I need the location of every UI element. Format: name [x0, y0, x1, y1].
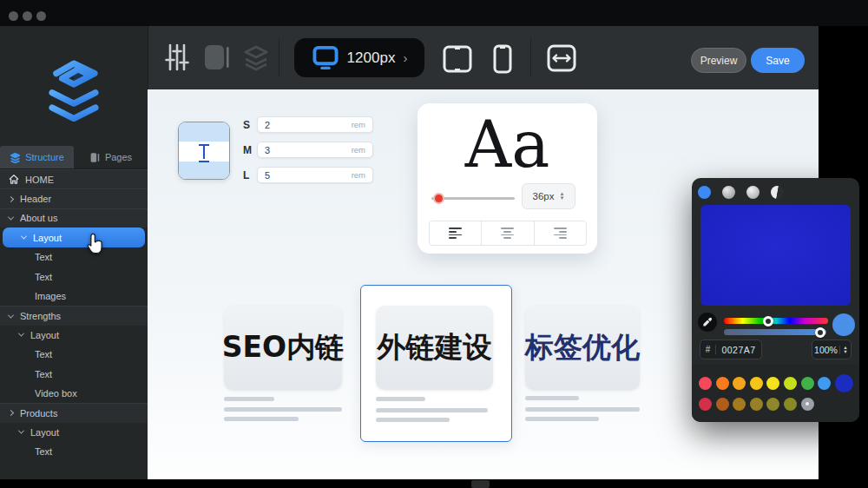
tab-pages[interactable]: Pages	[74, 146, 148, 168]
chevron-right-icon	[8, 196, 14, 202]
color-swatch[interactable]	[801, 398, 814, 411]
color-swatch[interactable]	[784, 377, 797, 390]
contrast-icon[interactable]	[771, 186, 784, 199]
sidebar-item-text[interactable]: Text	[0, 247, 148, 267]
panel-icon[interactable]	[202, 43, 232, 75]
tree-item-label: Layout	[30, 330, 59, 340]
home-icon	[9, 175, 20, 184]
sidebar-tabs: Structure Pages	[0, 146, 148, 169]
color-field[interactable]	[700, 205, 851, 306]
toolbar: 1200px › Preview Save	[148, 26, 819, 89]
spacing-preview-box[interactable]	[178, 122, 230, 180]
picker-active-dot[interactable]	[698, 186, 711, 199]
color-swatch[interactable]	[750, 398, 763, 411]
feature-card[interactable]: SEO内链	[224, 306, 342, 390]
color-picker-panel: # 0027A7 100% ▲▼	[692, 178, 859, 422]
color-swatch[interactable]	[766, 377, 779, 390]
align-center-icon	[501, 228, 514, 239]
color-swatch[interactable]	[784, 398, 797, 411]
sidebar-item-layout[interactable]: Layout	[0, 326, 148, 345]
sidebar-item-text[interactable]: Text	[0, 345, 148, 364]
opacity-input[interactable]: 100% ▲▼	[812, 340, 852, 359]
picker-mode-dot[interactable]	[746, 186, 760, 199]
app-logo-icon	[32, 44, 115, 128]
spacing-label: M	[243, 144, 257, 156]
align-right-icon	[554, 228, 567, 239]
font-size-value: 36px	[533, 191, 555, 201]
align-center-button[interactable]	[482, 221, 534, 245]
hue-knob[interactable]	[763, 316, 773, 326]
sidebar-item-strengths[interactable]: Strengths	[0, 306, 148, 325]
color-swatch[interactable]	[750, 377, 763, 390]
spacing-input-l[interactable]: 5 rem	[257, 167, 373, 183]
tree-item-label: HOME	[25, 175, 54, 185]
preview-button[interactable]: Preview	[691, 48, 746, 73]
color-swatch[interactable]	[733, 377, 746, 390]
sidebar-item-text[interactable]: Text	[0, 267, 148, 287]
sidebar-item-header[interactable]: Header	[0, 188, 148, 208]
current-color-swatch	[832, 313, 855, 336]
color-swatch[interactable]	[835, 374, 853, 392]
tab-pages-label: Pages	[105, 152, 132, 162]
tab-structure[interactable]: Structure	[0, 146, 74, 168]
color-swatch[interactable]	[733, 398, 746, 411]
spacing-band-top	[179, 122, 229, 142]
feature-card-selected[interactable]: 外链建设	[376, 306, 493, 390]
spacing-value: 2	[265, 120, 352, 130]
window-close-button[interactable]	[9, 11, 18, 21]
chevron-down-icon	[21, 234, 27, 240]
spacing-input-m[interactable]: 3 rem	[257, 142, 373, 158]
window-minimize-button[interactable]	[23, 11, 32, 21]
stepper-arrows-icon[interactable]: ▲▼	[839, 346, 851, 354]
color-swatch[interactable]	[699, 377, 712, 390]
spacing-unit: rem	[352, 120, 365, 129]
hue-slider[interactable]	[724, 318, 828, 324]
swatch-row	[699, 393, 853, 414]
sidebar-item-layout[interactable]: Layout	[0, 423, 148, 442]
save-button[interactable]: Save	[751, 48, 805, 73]
feature-card[interactable]: 标签优化	[525, 306, 640, 390]
sidebar-item-layout-selected[interactable]: Layout	[3, 228, 145, 247]
tree-item-label: Products	[20, 408, 57, 419]
color-swatch[interactable]	[818, 377, 831, 390]
color-swatch[interactable]	[716, 377, 729, 390]
color-swatch[interactable]	[801, 377, 814, 390]
color-swatch[interactable]	[699, 398, 712, 411]
text-cursor-icon	[199, 144, 209, 159]
sidebar-item-products[interactable]: Products	[0, 403, 148, 422]
window-zoom-button[interactable]	[36, 11, 46, 21]
sidebar-item-home[interactable]: HOME	[0, 169, 148, 188]
picker-mode-dot[interactable]	[722, 186, 735, 199]
tree-item-label: Text	[35, 349, 52, 359]
tree-item-label: Video box	[35, 388, 77, 399]
card-title: 外链建设	[378, 328, 492, 367]
chevron-down-icon	[18, 331, 24, 337]
brightness-knob[interactable]	[815, 327, 825, 338]
sidebar-item-text[interactable]: Text	[0, 365, 148, 384]
align-right-button[interactable]	[535, 221, 586, 245]
sidebar-item-video-box[interactable]: Video box	[0, 384, 148, 403]
font-size-slider[interactable]	[431, 197, 515, 200]
phone-icon[interactable]	[491, 43, 514, 78]
tree-item-label: About us	[20, 213, 57, 223]
tablet-icon[interactable]	[441, 44, 474, 77]
sidebar-item-images[interactable]: Images	[0, 287, 148, 306]
slider-knob[interactable]	[433, 193, 444, 204]
stepper-arrows-icon[interactable]: ▲▼	[559, 192, 564, 201]
viewport-size-selector[interactable]: 1200px ›	[294, 38, 424, 77]
eyedropper-button[interactable]	[698, 313, 717, 332]
layers-stack-icon[interactable]	[242, 43, 270, 75]
sidebar-item-about-us[interactable]: About us	[0, 208, 148, 228]
brightness-slider[interactable]	[724, 329, 826, 335]
color-swatch[interactable]	[716, 398, 729, 411]
hex-input[interactable]: # 0027A7	[700, 340, 762, 359]
sidebar-item-text[interactable]: Text	[0, 442, 148, 461]
font-size-stepper[interactable]: 36px ▲▼	[522, 183, 575, 209]
settings-sliders-icon[interactable]	[164, 42, 190, 76]
spacing-input-s[interactable]: 2 rem	[257, 116, 373, 133]
custom-width-icon[interactable]	[546, 44, 577, 76]
placeholder-line	[376, 418, 450, 422]
align-left-button[interactable]	[430, 221, 482, 245]
swatch-row	[699, 373, 853, 393]
color-swatch[interactable]	[766, 398, 779, 411]
